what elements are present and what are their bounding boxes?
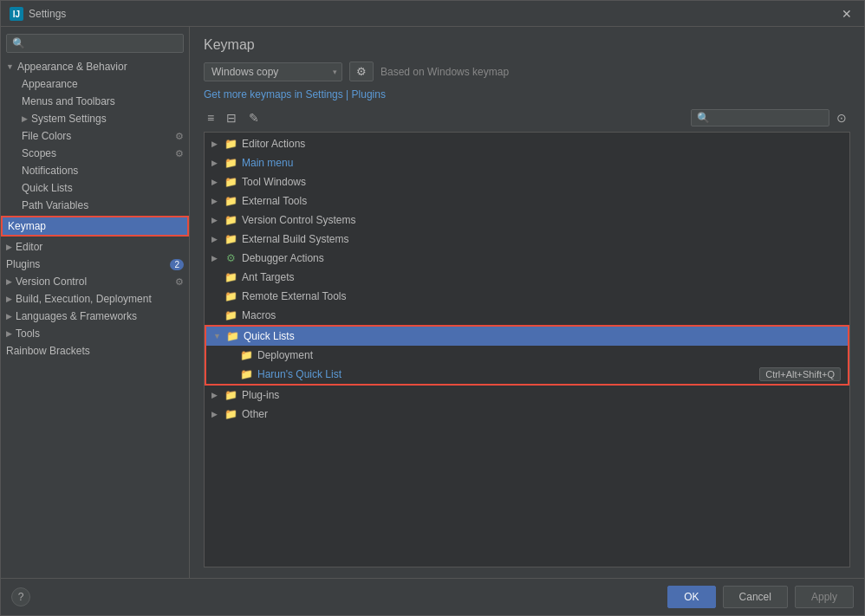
sidebar-item-label: Notifications bbox=[22, 165, 78, 177]
tree-item-label: Version Control Systems bbox=[242, 214, 355, 226]
tree-item-label: Other bbox=[242, 408, 268, 420]
help-button[interactable]: ? bbox=[11, 587, 30, 606]
sidebar-item-notifications[interactable]: Notifications bbox=[1, 162, 189, 179]
sidebar-item-system-settings[interactable]: ▶ System Settings bbox=[1, 110, 189, 127]
settings-icon: ⚙ bbox=[175, 276, 184, 288]
folder-icon: 📁 bbox=[224, 308, 237, 322]
chevron-right-icon: ▶ bbox=[6, 243, 12, 251]
chevron-right-icon: ▶ bbox=[211, 139, 220, 148]
tree-search: ⊙ bbox=[691, 109, 850, 126]
sidebar-item-quick-lists[interactable]: Quick Lists bbox=[1, 179, 189, 197]
tree-item-remote-external[interactable]: ▶ 📁 Remote External Tools bbox=[205, 287, 849, 306]
tree-item-vcs[interactable]: ▶ 📁 Version Control Systems bbox=[205, 211, 849, 230]
tree-item-harun-quick-list[interactable]: ▶ 📁 Harun's Quick List Ctrl+Alt+Shift+Q bbox=[206, 365, 848, 384]
tree-item-external-build[interactable]: ▶ 📁 External Build Systems bbox=[205, 230, 849, 249]
chevron-right-icon: ▶ bbox=[6, 312, 12, 321]
sidebar-item-label: Rainbow Brackets bbox=[6, 345, 90, 357]
folder-icon: 📁 bbox=[224, 194, 237, 208]
tree-item-plug-ins[interactable]: ▶ 📁 Plug-ins bbox=[205, 386, 849, 405]
tree-item-label: Editor Actions bbox=[242, 138, 305, 150]
sidebar-item-keymap[interactable]: Keymap bbox=[1, 216, 189, 237]
sidebar-item-label: Editor bbox=[16, 241, 42, 253]
tree-toolbar: ≡ ⊟ ✎ ⊙ bbox=[204, 109, 850, 126]
keymap-controls: Windows copy ▾ ⚙ Based on Windows keymap bbox=[204, 62, 850, 81]
sidebar-item-menus-toolbars[interactable]: Menus and Toolbars bbox=[1, 93, 189, 110]
svg-text:IJ: IJ bbox=[13, 10, 20, 19]
sidebar-item-languages-frameworks[interactable]: ▶ Languages & Frameworks bbox=[1, 308, 189, 325]
tree-search-input[interactable] bbox=[691, 109, 829, 126]
tree-item-main-menu[interactable]: ▶ 📁 Main menu bbox=[205, 153, 849, 172]
find-in-path-button[interactable]: ⊙ bbox=[833, 109, 850, 126]
keymap-select[interactable]: Windows copy bbox=[204, 62, 342, 81]
expand-all-button[interactable]: ≡ bbox=[204, 109, 218, 126]
chevron-right-icon: ▶ bbox=[6, 329, 12, 338]
footer-left: ? bbox=[11, 587, 30, 606]
sidebar-search[interactable] bbox=[6, 34, 184, 53]
tree-item-other[interactable]: ▶ 📁 Other bbox=[205, 405, 849, 424]
chevron-right-icon: ▶ bbox=[211, 391, 220, 399]
sidebar-item-file-colors[interactable]: File Colors ⚙ bbox=[1, 127, 189, 145]
tree-item-editor-actions[interactable]: ▶ 📁 Editor Actions bbox=[205, 134, 849, 153]
app-icon: IJ bbox=[10, 7, 23, 21]
cancel-button[interactable]: Cancel bbox=[723, 586, 788, 608]
settings-icon: ⚙ bbox=[175, 131, 184, 142]
sidebar-item-rainbow-brackets[interactable]: Rainbow Brackets bbox=[1, 342, 189, 360]
title-bar-left: IJ Settings bbox=[10, 7, 66, 21]
tree-item-ant-targets[interactable]: ▶ 📁 Ant Targets bbox=[205, 268, 849, 287]
collapse-all-button[interactable]: ⊟ bbox=[223, 109, 240, 126]
chevron-right-icon: ▶ bbox=[211, 254, 220, 263]
sidebar-item-plugins[interactable]: Plugins 2 bbox=[1, 256, 189, 273]
sidebar-item-appearance-behavior[interactable]: ▼ Appearance & Behavior bbox=[1, 58, 189, 75]
sidebar-item-build-execution[interactable]: ▶ Build, Execution, Deployment bbox=[1, 290, 189, 308]
tree-item-label: External Build Systems bbox=[242, 233, 348, 245]
sidebar-item-tools[interactable]: ▶ Tools bbox=[1, 325, 189, 342]
sidebar-item-label: Appearance & Behavior bbox=[17, 61, 127, 73]
sidebar-item-editor[interactable]: ▶ Editor bbox=[1, 238, 189, 256]
footer: ? OK Cancel Apply bbox=[1, 578, 864, 615]
tree-item-quick-lists[interactable]: ▼ 📁 Quick Lists bbox=[206, 327, 848, 346]
chevron-right-icon: ▶ bbox=[6, 295, 12, 303]
footer-buttons: OK Cancel Apply bbox=[667, 586, 854, 608]
folder-blue-icon: 📁 bbox=[224, 213, 237, 227]
sidebar-item-label: Menus and Toolbars bbox=[22, 95, 115, 107]
chevron-right-icon: ▶ bbox=[211, 410, 220, 418]
edit-button[interactable]: ✎ bbox=[245, 109, 263, 126]
sidebar-item-label: Path Variables bbox=[22, 199, 88, 211]
tree-item-label: Ant Targets bbox=[242, 271, 294, 283]
sidebar-item-label: Tools bbox=[16, 327, 40, 340]
tree-item-tool-windows[interactable]: ▶ 📁 Tool Windows bbox=[205, 172, 849, 191]
content-area: ▼ Appearance & Behavior Appearance Menus… bbox=[1, 27, 864, 578]
close-button[interactable]: ✕ bbox=[838, 6, 855, 22]
keymap-select-wrapper: Windows copy ▾ bbox=[204, 62, 342, 81]
tree-item-label: Tool Windows bbox=[242, 176, 306, 188]
sidebar-item-label: System Settings bbox=[31, 113, 107, 125]
keymap-tree[interactable]: ▶ 📁 Editor Actions ▶ 📁 Main menu ▶ 📁 Too… bbox=[204, 132, 850, 567]
chevron-right-icon: ▶ bbox=[211, 159, 220, 167]
sidebar: ▼ Appearance & Behavior Appearance Menus… bbox=[1, 27, 190, 578]
ok-button[interactable]: OK bbox=[667, 586, 715, 608]
sidebar-item-version-control[interactable]: ▶ Version Control ⚙ bbox=[1, 273, 189, 290]
folder-icon: 📁 bbox=[239, 348, 253, 362]
tree-item-macros[interactable]: ▶ 📁 Macros bbox=[205, 306, 849, 325]
sidebar-item-label: Languages & Frameworks bbox=[16, 310, 137, 322]
tree-item-external-tools[interactable]: ▶ 📁 External Tools bbox=[205, 191, 849, 211]
tree-item-debugger-actions[interactable]: ▶ ⚙ Debugger Actions bbox=[205, 249, 849, 268]
panel-title: Keymap bbox=[204, 37, 850, 53]
sidebar-item-label: Appearance bbox=[22, 78, 78, 90]
sidebar-item-path-variables[interactable]: Path Variables bbox=[1, 197, 189, 214]
tree-item-label: External Tools bbox=[242, 195, 307, 207]
settings-dialog: IJ Settings ✕ ▼ Appearance & Behavior Ap… bbox=[0, 0, 865, 616]
folder-blue-icon: 📁 bbox=[224, 156, 237, 170]
gear-green-icon: ⚙ bbox=[224, 251, 237, 265]
get-more-keymaps-link[interactable]: Get more keymaps in Settings | Plugins bbox=[204, 88, 386, 101]
chevron-down-icon: ▼ bbox=[6, 62, 14, 71]
keymap-gear-button[interactable]: ⚙ bbox=[349, 62, 374, 81]
plugins-link[interactable]: Plugins bbox=[352, 88, 386, 101]
sidebar-item-scopes[interactable]: Scopes ⚙ bbox=[1, 145, 189, 162]
folder-icon: 📁 bbox=[239, 367, 253, 381]
apply-button[interactable]: Apply bbox=[795, 586, 854, 608]
chevron-right-icon: ▶ bbox=[22, 114, 28, 123]
sidebar-item-appearance[interactable]: Appearance bbox=[1, 75, 189, 93]
tree-item-label: Deployment bbox=[257, 349, 313, 361]
tree-item-deployment[interactable]: ▶ 📁 Deployment bbox=[206, 346, 848, 365]
